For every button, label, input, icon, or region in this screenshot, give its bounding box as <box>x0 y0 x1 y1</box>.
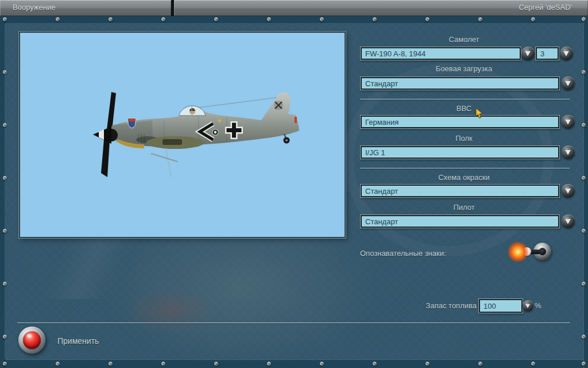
markings-label: Опознавательные знаки: <box>360 249 446 258</box>
screw-icon <box>214 362 218 366</box>
screw-icon <box>56 17 60 21</box>
aircraft-side-view <box>20 33 345 237</box>
aircraft-dropdown-icon[interactable] <box>521 47 535 60</box>
aircraft-count-dropdown-icon[interactable] <box>560 47 573 60</box>
screw-icon <box>582 362 586 366</box>
screw-icon <box>3 123 7 127</box>
pilot-select[interactable]: Стандарт <box>360 214 560 228</box>
screw-icon <box>109 362 113 366</box>
divider <box>360 99 570 99</box>
aircraft-preview <box>19 32 346 238</box>
regiment-select[interactable]: I/JG 1 <box>360 145 560 159</box>
screw-icon <box>425 362 430 366</box>
screw-icon <box>478 17 482 21</box>
screw-icon <box>582 123 586 127</box>
toggle-glow-indicator <box>508 241 528 262</box>
loadout-dropdown-icon[interactable] <box>562 76 575 90</box>
paint-scheme-label: Схема окраски <box>363 173 564 182</box>
screw-icon <box>582 17 586 21</box>
air-force-dropdown-icon[interactable] <box>562 115 575 128</box>
regiment-dropdown-icon[interactable] <box>562 145 575 159</box>
background-spinner-image <box>131 288 217 334</box>
screw-icon <box>320 362 324 366</box>
frame-right <box>583 16 588 368</box>
loadout-label: Боевая загрузка <box>363 64 564 73</box>
screw-icon <box>582 229 586 233</box>
screw-icon <box>478 362 482 366</box>
screw-icon <box>582 70 586 74</box>
aircraft-count-field[interactable]: 3 <box>535 47 559 60</box>
fuel-unit: % <box>535 301 541 310</box>
armament-screen: Вооружение Сергей 'deSAD' <box>0 0 588 368</box>
page-title: Вооружение <box>13 0 55 15</box>
apply-button-icon <box>23 331 41 349</box>
screw-icon <box>373 362 377 366</box>
title-bar: Вооружение Сергей 'deSAD' <box>0 0 588 16</box>
screw-icon <box>320 17 324 21</box>
screw-icon <box>56 362 60 366</box>
screw-icon <box>267 17 271 21</box>
frame-bottom <box>0 359 588 368</box>
screw-icon <box>3 17 7 21</box>
screw-icon <box>3 335 7 339</box>
divider <box>360 168 570 168</box>
screw-icon <box>373 17 377 21</box>
screw-icon <box>3 176 7 180</box>
divider <box>17 323 570 323</box>
regiment-label: Полк <box>363 134 564 143</box>
screw-icon <box>267 362 271 366</box>
apply-button[interactable] <box>18 327 45 354</box>
loadout-select[interactable]: Стандарт <box>360 76 560 90</box>
screw-icon <box>582 176 586 180</box>
markings-toggle[interactable] <box>508 241 554 263</box>
screw-icon <box>531 17 535 21</box>
paint-scheme-select[interactable]: Стандарт <box>360 184 560 198</box>
screw-icon <box>161 17 165 21</box>
player-name: Сергей 'deSAD' <box>519 0 572 15</box>
aircraft-select[interactable]: FW-190 A-8, 1944 <box>360 47 521 60</box>
screw-icon <box>3 229 7 233</box>
screw-icon <box>425 17 430 21</box>
screw-icon <box>582 335 586 339</box>
screw-icon <box>3 282 7 286</box>
screw-icon <box>109 17 113 21</box>
air-force-select[interactable]: Германия <box>360 115 560 129</box>
paint-scheme-dropdown-icon[interactable] <box>562 184 575 197</box>
screw-icon <box>161 362 165 366</box>
screw-icon <box>3 362 7 366</box>
air-force-label: ВВС <box>363 104 564 113</box>
fuel-dropdown-icon[interactable] <box>523 300 533 311</box>
screw-icon <box>214 17 218 21</box>
fuel-label: Запас топлива <box>362 301 477 310</box>
screw-icon <box>582 282 586 286</box>
screw-icon <box>531 362 535 366</box>
fuel-input[interactable] <box>478 298 523 313</box>
aircraft-label: Самолет <box>363 35 564 44</box>
pilot-dropdown-icon[interactable] <box>562 214 575 228</box>
apply-label[interactable]: Применить <box>57 336 99 346</box>
screw-icon <box>3 70 7 74</box>
pilot-label: Пилот <box>363 203 564 212</box>
